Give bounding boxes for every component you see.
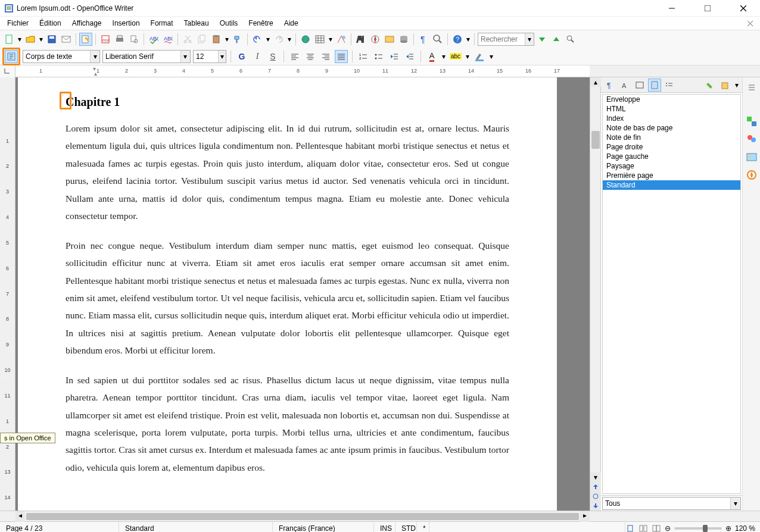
font-name-input[interactable] xyxy=(103,52,180,61)
style-item[interactable]: Page droite xyxy=(603,142,740,152)
para-styles-icon[interactable]: ¶ xyxy=(603,79,616,92)
new-doc-dropdown[interactable]: ▾ xyxy=(17,35,23,43)
font-color-icon[interactable]: A xyxy=(425,50,438,63)
paste-icon[interactable] xyxy=(210,33,223,46)
spellcheck-icon[interactable]: ABC xyxy=(147,33,160,46)
new-style-dropdown[interactable]: ▾ xyxy=(734,81,740,89)
decrease-indent-icon[interactable] xyxy=(388,50,401,63)
paragraph-1[interactable]: Lorem ipsum dolor sit amet, consectetur … xyxy=(66,120,509,225)
redo-dropdown[interactable]: ▾ xyxy=(286,35,292,43)
paragraph-style-dropdown[interactable]: ▾ xyxy=(90,51,99,62)
styles-formatting-icon[interactable] xyxy=(5,50,18,63)
status-signature[interactable] xyxy=(429,522,625,532)
hyperlink-icon[interactable] xyxy=(299,33,312,46)
font-name-dropdown[interactable]: ▾ xyxy=(180,51,190,62)
style-item[interactable]: Note de fin xyxy=(603,133,740,142)
hscroll-thumb[interactable] xyxy=(26,513,579,520)
table-icon[interactable] xyxy=(313,33,326,46)
style-item[interactable]: Paysage xyxy=(603,161,740,171)
align-center-icon[interactable] xyxy=(304,50,317,63)
format-paintbrush-icon[interactable] xyxy=(231,33,244,46)
style-item[interactable]: Index xyxy=(603,114,740,123)
horizontal-scrollbar[interactable]: ◂ ▸ xyxy=(0,511,760,521)
align-justify-icon[interactable] xyxy=(335,50,348,63)
paste-dropdown[interactable]: ▾ xyxy=(224,35,230,43)
menu-fichier[interactable]: Fichier xyxy=(2,18,33,29)
italic-icon[interactable]: I xyxy=(251,50,264,63)
background-color-dropdown[interactable]: ▾ xyxy=(488,52,494,61)
prev-page-icon[interactable] xyxy=(590,482,601,492)
underline-icon[interactable]: S xyxy=(266,50,279,63)
search-dropdown-icon[interactable]: ▾ xyxy=(525,33,534,45)
paragraph-2[interactable]: Proin nec congue neque. Vestibulum inter… xyxy=(66,237,509,359)
email-icon[interactable] xyxy=(60,33,73,46)
styles-list[interactable]: EnveloppeHTMLIndexNote de bas de pageNot… xyxy=(602,94,741,494)
paragraph-3[interactable]: In sed sapien ut dui porttitor sodales s… xyxy=(66,371,509,477)
scroll-up-icon[interactable]: ▴ xyxy=(590,77,601,87)
export-pdf-icon[interactable]: PDF xyxy=(99,33,112,46)
vertical-ruler[interactable]: 1234567891011121314 xyxy=(0,77,15,511)
view-single-page-icon[interactable] xyxy=(625,524,635,533)
help-dropdown[interactable]: ▾ xyxy=(465,35,471,43)
style-item[interactable]: HTML xyxy=(603,104,740,114)
highlight-color-icon[interactable]: abc xyxy=(449,50,462,63)
undo-icon[interactable] xyxy=(251,33,264,46)
font-size-combo[interactable]: ▾ xyxy=(193,50,226,63)
frame-styles-icon[interactable] xyxy=(633,79,646,92)
menu-fenetre[interactable]: Fenêtre xyxy=(244,18,278,29)
nav-object-icon[interactable] xyxy=(590,492,601,501)
font-size-input[interactable] xyxy=(194,52,218,61)
search-box[interactable]: ▾ xyxy=(478,33,534,46)
find-next-up-icon[interactable] xyxy=(550,33,563,46)
status-style[interactable]: Standard xyxy=(119,522,273,532)
open-dropdown[interactable]: ▾ xyxy=(38,35,44,43)
paragraph-style-combo[interactable]: ▾ xyxy=(23,50,100,63)
zoom-slider-thumb[interactable] xyxy=(703,525,708,532)
fill-format-icon[interactable] xyxy=(704,79,717,92)
zoom-icon[interactable] xyxy=(431,33,444,46)
highlight-color-dropdown[interactable]: ▾ xyxy=(465,52,471,61)
status-selection-mode[interactable]: STD xyxy=(395,522,417,532)
open-icon[interactable] xyxy=(24,33,37,46)
background-color-icon[interactable] xyxy=(473,50,486,63)
styles-filter-dropdown[interactable]: ▾ xyxy=(730,497,740,509)
find-icon[interactable] xyxy=(354,33,367,46)
table-dropdown[interactable]: ▾ xyxy=(328,35,334,43)
bold-icon[interactable]: G xyxy=(235,50,248,63)
redo-icon[interactable] xyxy=(272,33,285,46)
view-multi-page-icon[interactable] xyxy=(638,524,648,533)
close-button[interactable] xyxy=(731,0,755,17)
styles-tab-icon[interactable] xyxy=(745,132,759,146)
status-modified[interactable]: * xyxy=(417,522,429,532)
menu-affichage[interactable]: Affichage xyxy=(67,18,107,29)
align-right-icon[interactable] xyxy=(319,50,332,63)
document-area[interactable]: Chapitre 1 Lorem ipsum dolor sit amet, c… xyxy=(15,77,590,511)
styles-filter-input[interactable] xyxy=(603,499,730,508)
style-item[interactable]: Enveloppe xyxy=(603,95,740,104)
style-item[interactable]: Note de bas de page xyxy=(603,123,740,133)
zoom-percent[interactable]: 120 % xyxy=(735,524,755,533)
print-preview-icon[interactable] xyxy=(127,33,141,46)
heading-chapter[interactable]: Chapitre 1 xyxy=(66,95,509,109)
zoom-out-icon[interactable]: ⊖ xyxy=(665,524,671,533)
new-style-icon[interactable] xyxy=(719,79,732,92)
next-page-icon[interactable] xyxy=(590,501,601,511)
horizontal-ruler[interactable]: 11234567891011121314151617▾▴ xyxy=(15,65,590,77)
vertical-scrollbar[interactable]: ▴ ▾ xyxy=(590,77,600,511)
sidebar-config-icon[interactable] xyxy=(745,80,759,94)
menu-aide[interactable]: Aide xyxy=(279,18,303,29)
menu-tableau[interactable]: Tableau xyxy=(179,18,214,29)
menu-edition[interactable]: Édition xyxy=(35,18,66,29)
edit-mode-icon[interactable] xyxy=(79,33,92,46)
style-item[interactable]: Page gauche xyxy=(603,152,740,161)
zoom-in-icon[interactable]: ⊕ xyxy=(725,524,731,533)
font-size-dropdown[interactable]: ▾ xyxy=(218,51,226,62)
view-book-icon[interactable] xyxy=(652,524,661,533)
nonprinting-icon[interactable]: ¶ xyxy=(417,33,430,46)
menu-insertion[interactable]: Insertion xyxy=(108,18,145,29)
navigator-icon[interactable] xyxy=(369,33,382,46)
font-color-dropdown[interactable]: ▾ xyxy=(441,52,447,61)
status-language[interactable]: Français (France) xyxy=(273,522,374,532)
help-icon[interactable]: ? xyxy=(451,33,464,46)
gallery-tab-icon[interactable] xyxy=(745,150,759,164)
